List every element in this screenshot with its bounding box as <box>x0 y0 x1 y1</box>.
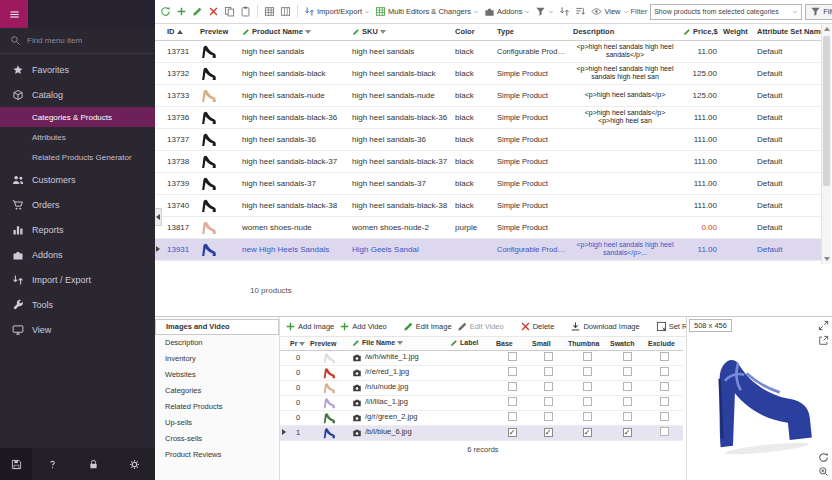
sidebar-item-orders[interactable]: Orders <box>0 192 155 217</box>
menu-toggle-button[interactable] <box>0 0 28 28</box>
image-row[interactable]: 0/r/e/red_1.jpg <box>280 365 683 380</box>
base-checkbox[interactable] <box>508 397 517 406</box>
small-checkbox[interactable] <box>544 352 553 361</box>
sidebar-item-view[interactable]: View <box>0 317 155 342</box>
column-header-product-name[interactable]: Product Name <box>239 24 349 40</box>
column-header-file-name[interactable]: File Name <box>350 337 448 350</box>
column-header-thumbna[interactable]: Thumbna <box>566 337 608 350</box>
add-product-button[interactable] <box>174 3 189 20</box>
tab-inventory[interactable]: Inventory <box>155 351 279 367</box>
sort-updown-button[interactable] <box>557 3 572 20</box>
edit-image-button[interactable]: Edit Image <box>403 321 452 332</box>
edit-video-button[interactable]: Edit Video <box>457 321 504 332</box>
save-button[interactable] <box>0 448 32 480</box>
column-header-small[interactable]: Small <box>530 337 566 350</box>
tab-cross-sells[interactable]: Cross-sells <box>155 431 279 447</box>
tab-websites[interactable]: Websites <box>155 367 279 383</box>
column-settings-button[interactable] <box>278 3 293 20</box>
swatch-checkbox[interactable] <box>623 382 632 391</box>
exclude-checkbox[interactable] <box>660 397 669 406</box>
column-header-price[interactable]: Price,$ <box>680 24 720 40</box>
multi-editors-menu-button[interactable]: Multi Editors & Changers <box>373 3 481 20</box>
thumbnail-checkbox[interactable]: ✓ <box>583 428 592 437</box>
table-row[interactable]: 13738high heel sandals-black-37high heel… <box>155 150 821 172</box>
column-header-attribute-set-name[interactable]: Attribute Set Name <box>754 24 821 40</box>
tab-description[interactable]: Description <box>155 335 279 351</box>
sidebar-item-attributes[interactable]: Attributes <box>0 127 155 147</box>
column-header-preview[interactable]: Preview <box>308 337 350 350</box>
sidebar-item-categories-products[interactable]: Categories & Products <box>0 107 155 127</box>
edit-product-button[interactable] <box>190 3 205 20</box>
zoom-in-icon[interactable] <box>818 466 829 477</box>
small-checkbox[interactable] <box>544 397 553 406</box>
paste-button[interactable] <box>238 3 253 20</box>
sidebar-item-import-export[interactable]: Import / Export <box>0 267 155 292</box>
delete-image-button[interactable]: Delete <box>520 321 555 332</box>
sidebar-item-addons[interactable]: Addons <box>0 242 155 267</box>
thumbnail-checkbox[interactable] <box>583 352 592 361</box>
column-header-swatch[interactable]: Swatch <box>608 337 646 350</box>
column-header-type[interactable]: Type <box>494 24 570 40</box>
base-checkbox[interactable] <box>508 412 517 421</box>
column-header-color[interactable]: Color <box>452 24 494 40</box>
exclude-checkbox[interactable] <box>660 352 669 361</box>
addons-menu-button[interactable]: Addons <box>482 3 532 20</box>
sidebar-item-customers[interactable]: Customers <box>0 167 155 192</box>
column-header-base[interactable]: Base <box>494 337 530 350</box>
add-video-button[interactable]: Add Video <box>339 321 386 332</box>
exclude-checkbox[interactable] <box>660 412 669 421</box>
column-header-exclude[interactable]: Exclude <box>646 337 683 350</box>
table-row[interactable]: 13736high heel sandals-black-36high heel… <box>155 106 821 128</box>
base-checkbox[interactable] <box>508 367 517 376</box>
swatch-checkbox[interactable] <box>623 352 632 361</box>
column-header-sku[interactable]: SKU <box>349 24 452 40</box>
table-row[interactable]: 13739high heel sandals-37high heel sanda… <box>155 172 821 194</box>
tab-categories[interactable]: Categories <box>155 383 279 399</box>
tab-up-sells[interactable]: Up-sells <box>155 415 279 431</box>
column-header-id[interactable]: ID <box>164 24 197 40</box>
base-checkbox[interactable]: ✓ <box>508 428 517 437</box>
set-resize-rule-button[interactable]: Set Resize Rule <box>656 321 686 332</box>
sidebar-item-tools[interactable]: Tools <box>0 292 155 317</box>
swatch-checkbox[interactable]: ✓ <box>623 428 632 437</box>
image-row[interactable]: 0/g/r/green_2.jpg <box>280 410 683 425</box>
collapse-sidebar-handle[interactable] <box>155 208 162 226</box>
small-checkbox[interactable] <box>544 412 553 421</box>
tab-images-and-video[interactable]: Images and Video <box>155 319 279 335</box>
delete-product-button[interactable] <box>206 3 221 20</box>
open-external-icon[interactable] <box>818 335 829 346</box>
sidebar-item-catalog[interactable]: Catalog <box>0 82 155 107</box>
expand-icon[interactable] <box>818 320 829 331</box>
column-header-preview[interactable]: Preview <box>197 24 239 40</box>
small-checkbox[interactable] <box>544 382 553 391</box>
image-row[interactable]: 0/w/h/white_1.jpg <box>280 350 683 365</box>
swatch-checkbox[interactable] <box>623 367 632 376</box>
thumbnail-checkbox[interactable] <box>583 367 592 376</box>
image-row[interactable]: 0/l/i/lilac_1.jpg <box>280 395 683 410</box>
column-header-label[interactable]: Label <box>448 337 494 350</box>
scrollbar-thumb[interactable] <box>823 36 830 186</box>
filters-button[interactable]: Filters <box>805 4 832 20</box>
copy-button[interactable] <box>222 3 237 20</box>
grid-settings-button[interactable] <box>262 3 277 20</box>
sidebar-item-related-products-generator[interactable]: Related Products Generator <box>0 147 155 167</box>
scroll-down-arrow[interactable] <box>824 257 830 261</box>
table-row[interactable]: 13931new High Heels SandalsHigh Geels Sa… <box>155 238 821 260</box>
refresh-button[interactable] <box>158 3 173 20</box>
exclude-checkbox[interactable] <box>660 367 669 376</box>
exclude-checkbox[interactable] <box>660 427 669 436</box>
base-checkbox[interactable] <box>508 382 517 391</box>
lock-button[interactable] <box>73 459 114 470</box>
image-row[interactable]: 1/b/l/blue_6.jpg✓✓✓✓ <box>280 425 683 440</box>
help-button[interactable] <box>32 459 73 470</box>
table-row[interactable]: 13733high heel sandals-nudehigh heel san… <box>155 84 821 106</box>
import-export-menu-button[interactable]: Import/Export <box>302 3 372 20</box>
sidebar-item-reports[interactable]: Reports <box>0 217 155 242</box>
table-row[interactable]: 13817women shoes-nudewomen shoes-nude-2p… <box>155 216 821 238</box>
settings-button[interactable] <box>114 459 155 470</box>
image-row[interactable]: 0/n/u/nude.jpg <box>280 380 683 395</box>
tab-product-reviews[interactable]: Product Reviews <box>155 447 279 463</box>
swatch-checkbox[interactable] <box>623 412 632 421</box>
filter-select[interactable]: Show products from selected categories <box>650 4 802 20</box>
quick-filter-button[interactable] <box>533 3 556 20</box>
